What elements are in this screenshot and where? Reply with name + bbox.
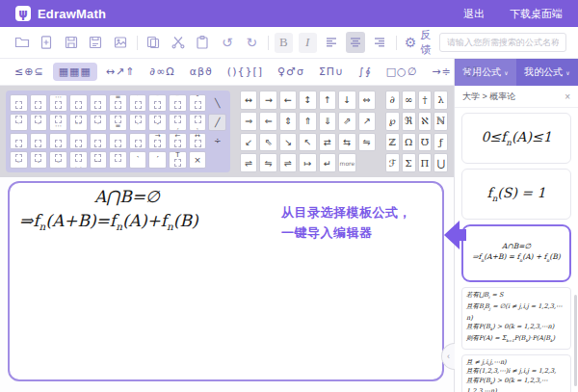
letter-symbol-cell[interactable]: † — [418, 91, 433, 110]
canvas-formula-line1[interactable]: A⋂B=∅ — [94, 187, 160, 206]
letter-symbol-cell[interactable]: ℤ — [385, 133, 400, 152]
arrow-symbol-cell[interactable]: ⇓ — [319, 112, 336, 131]
align-right-icon[interactable] — [370, 32, 389, 53]
decoration-symbol-cell[interactable]: ˙ — [10, 94, 28, 112]
formula-card-selected[interactable]: A∩B=∅⇒fn(A+B) = fn(A) + fn(B) — [461, 224, 571, 282]
letter-symbol-cell[interactable]: ℕ — [434, 112, 448, 131]
decoration-symbol-cell[interactable]: ⌒ — [90, 151, 108, 169]
letter-symbol-cell[interactable]: Ω — [402, 133, 416, 152]
palette-tab-geometry[interactable]: □○∅ — [381, 63, 424, 81]
decoration-symbol-cell[interactable]: ˆ — [10, 133, 28, 150]
arrow-symbol-cell[interactable]: ⇗ — [338, 112, 355, 131]
arrow-symbol-cell[interactable]: ⇖ — [259, 133, 276, 152]
arrow-symbol-cell[interactable]: ↖ — [299, 133, 316, 152]
palette-tab-arrows[interactable]: ↔↗⇑ — [100, 63, 142, 81]
palette-tab-logic[interactable]: →≑ — [426, 63, 457, 81]
formula-card[interactable]: fn(S) = 1 — [461, 169, 571, 220]
copy-icon[interactable] — [143, 31, 164, 54]
letter-symbol-cell[interactable]: Π — [418, 153, 433, 172]
decoration-symbol-cell[interactable]: × — [189, 151, 207, 169]
arrow-symbol-cell[interactable]: ↵ — [319, 153, 336, 172]
decoration-symbol-cell[interactable]: ↔ — [189, 133, 207, 150]
breadcrumb[interactable]: 大学 > 概率论 — [462, 91, 515, 103]
decoration-symbol-cell[interactable]: ′ — [148, 151, 167, 169]
formula-search-input[interactable] — [439, 33, 566, 52]
decoration-symbol-cell[interactable]: ″ — [148, 114, 167, 131]
palette-tab-misc[interactable]: ♀♂σ — [272, 63, 310, 81]
undo-icon[interactable]: ↺ — [217, 31, 238, 54]
cut-icon[interactable] — [168, 31, 189, 54]
decoration-symbol-cell[interactable]: ´ — [69, 133, 88, 150]
decoration-symbol-cell[interactable]: ˛ — [189, 114, 207, 131]
arrow-symbol-cell[interactable]: → — [259, 91, 276, 110]
arrow-symbol-cell[interactable]: ⇕ — [279, 112, 297, 131]
formula-card[interactable]: 0≤fn(A)≤1 — [461, 113, 571, 164]
letter-symbol-cell[interactable]: ƒ — [434, 133, 448, 152]
decoration-symbol-cell[interactable]: ˘ — [109, 133, 127, 150]
decoration-symbol-cell[interactable]: = — [109, 94, 127, 112]
decoration-symbol-cell[interactable]: ⌒ — [129, 133, 147, 150]
letter-symbol-cell[interactable]: ℘ — [385, 112, 400, 131]
decoration-symbol-cell[interactable]: ° — [189, 94, 207, 112]
letter-symbol-cell[interactable]: ℧ — [418, 133, 433, 152]
decoration-symbol-cell[interactable]: ¨¨ — [69, 94, 88, 112]
decoration-symbol-cell[interactable]: → — [148, 133, 167, 150]
arrow-symbol-cell[interactable]: ⇌ — [240, 153, 257, 172]
open-folder-icon[interactable] — [12, 31, 33, 54]
italic-button[interactable]: I — [299, 33, 317, 53]
arrow-symbol-cell[interactable]: ↑ — [319, 91, 336, 110]
formula-canvas[interactable]: A⋂B=∅ ⇒fn(A+B)=fn(A)+fn(B) 从目录选择模板公式， 一键… — [8, 181, 444, 381]
decoration-symbol-cell[interactable]: = — [109, 114, 127, 131]
decoration-symbol-cell[interactable]: ˜ — [49, 133, 67, 150]
arrow-symbol-cell[interactable]: ↕ — [299, 91, 316, 110]
arrow-symbol-cell[interactable]: ↗ — [358, 112, 376, 131]
arrow-symbol-cell[interactable]: ↘ — [279, 133, 297, 152]
download-desktop-button[interactable]: 下载桌面端 — [510, 7, 563, 21]
palette-tab-greek[interactable]: αβϑ — [184, 63, 219, 81]
bold-button[interactable]: B — [275, 33, 293, 53]
decoration-symbol-cell[interactable]: ˉ — [90, 94, 108, 112]
decoration-symbol-cell[interactable]: ¨ — [30, 94, 48, 112]
letter-symbol-cell[interactable]: λ — [434, 91, 448, 110]
arrow-symbol-cell[interactable]: ⇐ — [259, 112, 276, 131]
sidebar-tab-my-formulas[interactable]: 我的公式∨ — [516, 59, 578, 86]
align-center-icon[interactable] — [346, 32, 365, 53]
arrow-symbol-cell[interactable]: ⇋ — [259, 153, 276, 172]
decoration-symbol-cell[interactable]: ÷ — [208, 133, 226, 150]
letter-symbol-cell[interactable]: ∂ — [385, 91, 400, 110]
decoration-symbol-cell[interactable]: ˇ — [30, 133, 48, 150]
arrow-symbol-cell[interactable]: ⇒ — [240, 112, 257, 131]
decoration-symbol-cell[interactable]: ¸ — [169, 114, 187, 131]
decoration-symbol-cell[interactable]: ¨¨ — [69, 114, 88, 131]
exit-button[interactable]: 退出 — [463, 7, 485, 21]
new-file-icon[interactable] — [37, 31, 58, 54]
decoration-symbol-cell[interactable]: ‿ — [69, 151, 88, 169]
settings-gear-icon[interactable]: ⚙ — [405, 35, 417, 50]
arrow-symbol-cell[interactable]: ↦ — [299, 153, 316, 172]
decoration-symbol-cell[interactable]: ′ — [129, 114, 147, 131]
arrow-symbol-cell[interactable]: ⇆ — [338, 133, 355, 152]
palette-tab-decorations[interactable]: ▦▦▦ — [53, 63, 97, 81]
paste-icon[interactable] — [193, 31, 214, 54]
export-image-icon[interactable] — [110, 31, 131, 54]
arrow-symbol-cell[interactable]: ↓ — [338, 91, 355, 110]
canvas-formula-line2[interactable]: ⇒fn(A+B)=fn(A)+fn(B) — [19, 211, 198, 232]
palette-tab-integrals[interactable]: ∫∮ — [353, 63, 377, 81]
letter-symbol-cell[interactable]: ∞ — [402, 91, 416, 110]
letter-symbol-cell[interactable]: ⋃ — [434, 153, 448, 172]
arrow-symbol-cell[interactable]: ↔ — [240, 91, 257, 110]
more-arrows-button[interactable]: more — [338, 153, 355, 172]
close-icon[interactable]: × — [565, 91, 570, 102]
save-as-icon[interactable] — [86, 31, 107, 54]
decoration-symbol-cell[interactable]: ‴ — [169, 94, 187, 112]
arrow-symbol-cell[interactable]: ⇋ — [358, 133, 376, 152]
letter-symbol-cell[interactable]: ℜ — [402, 112, 416, 131]
save-icon[interactable] — [61, 31, 82, 54]
letter-symbol-cell[interactable]: ℱ — [385, 153, 400, 172]
palette-tab-relations[interactable]: ≤⊕⊆ — [9, 63, 50, 81]
decoration-symbol-cell[interactable]: ← — [169, 133, 187, 150]
decoration-symbol-cell[interactable]: ˇ — [30, 151, 48, 169]
decoration-symbol-cell[interactable]: ˉ — [90, 114, 108, 131]
redo-icon[interactable]: ↻ — [242, 31, 263, 54]
decoration-symbol-cell[interactable]: ˆ — [10, 151, 28, 169]
